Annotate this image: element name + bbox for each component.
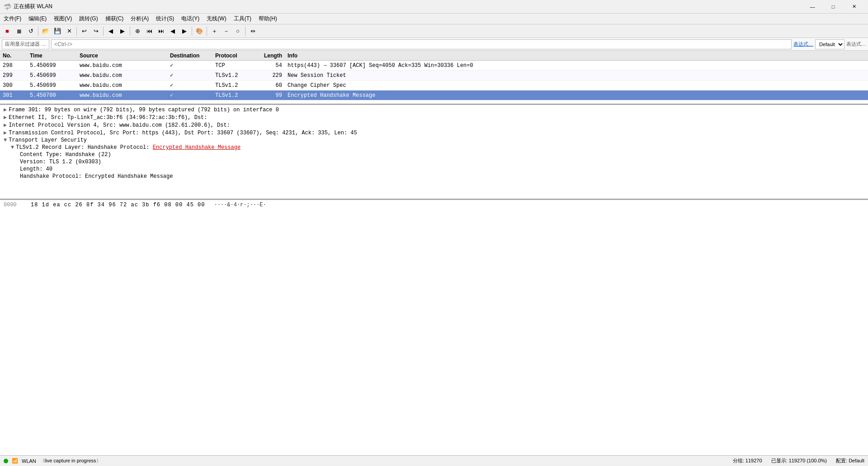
expand-arrow: ▶	[4, 122, 7, 128]
cell-no: 298	[0, 62, 27, 69]
open-button[interactable]: 📂	[40, 26, 51, 37]
zoom-in-button[interactable]: ＋	[209, 26, 220, 37]
expand-arrow: ▼	[4, 137, 7, 143]
filter-controls: 表达式… Default 表达式…	[793, 39, 866, 49]
cell-info: New Session Ticket	[285, 72, 868, 79]
restart-capture-button[interactable]: ↺	[25, 26, 36, 37]
table-row[interactable]: 300 5.450699 www.baidu.com ✓ TLSv1.2 60 …	[0, 81, 868, 90]
menu-bar: 文件(F)编辑(E)视图(V)跳转(G)捕获(C)分析(A)统计(S)电话(Y)…	[0, 14, 868, 24]
col-header-destination: Destination	[167, 52, 212, 59]
title-bar: 🦈 正在捕获 WLAN — □ ✕	[0, 0, 868, 14]
cell-source: www.baidu.com	[77, 72, 167, 79]
zoom-out-button[interactable]: －	[221, 26, 231, 37]
start-capture-button[interactable]: ■	[2, 26, 13, 37]
detail-rows: ▶Frame 301: 99 bytes on wire (792 bits),…	[0, 106, 868, 180]
filter-bar: 应用显示过滤器 … 表达式… Default 表达式…	[0, 38, 868, 51]
cell-length: 99	[253, 92, 285, 99]
menu-item-f[interactable]: 文件(F)	[0, 14, 25, 24]
first-packet-button[interactable]: ⏮	[144, 26, 155, 37]
cell-protocol: TLSv1.2	[212, 72, 253, 79]
close-button[interactable]: ✕	[844, 0, 864, 14]
profile-name: 配置: Default	[836, 457, 864, 464]
expand-arrow: ▶	[4, 107, 7, 113]
menu-item-g[interactable]: 跳转(G)	[75, 14, 101, 24]
hex-row: 0000 18 1d ea cc 26 8f 34 96 72 ac 3b f6…	[4, 202, 864, 208]
cell-source: www.baidu.com	[77, 62, 167, 69]
cell-no: 300	[0, 82, 27, 89]
save-button[interactable]: 💾	[52, 26, 63, 37]
hex-offset: 0000	[4, 202, 22, 208]
live-indicator	[4, 459, 8, 463]
back-button[interactable]: ◀	[105, 26, 116, 37]
menu-item-y[interactable]: 电话(Y)	[178, 14, 203, 24]
toolbar: ■ ◼ ↺ 📂 💾 ✕ ↩ ↪ ◀ ▶ ⊕ ⏮ ⏭ ◀ ▶ 🎨 ＋ － ○ ⇔	[0, 24, 868, 38]
protocol-link[interactable]: Encrypted Handshake Message	[153, 144, 241, 151]
expand-arrow: ▶	[4, 130, 7, 136]
detail-row[interactable]: Version: TLS 1.2 (0x0303)	[0, 158, 868, 166]
detail-row[interactable]: ▶Frame 301: 99 bytes on wire (792 bits),…	[0, 106, 868, 114]
table-row[interactable]: 298 5.450699 www.baidu.com ✓ TCP 54 http…	[0, 61, 868, 71]
cell-info: Encrypted Handshake Message	[285, 92, 868, 99]
detail-row[interactable]: Handshake Protocol: Encrypted Handshake …	[0, 173, 868, 180]
cell-time: 5.450699	[27, 62, 77, 69]
table-row[interactable]: 299 5.450699 www.baidu.com ✓ TLSv1.2 229…	[0, 71, 868, 81]
wifi-icon: 📶	[12, 458, 18, 464]
cell-protocol: TLSv1.2	[212, 92, 253, 99]
cell-source: www.baidu.com	[77, 92, 167, 99]
toolbar-sep-4	[130, 27, 130, 36]
menu-item-e[interactable]: 编辑(E)	[25, 14, 50, 24]
next-packet-button[interactable]: ▶	[179, 26, 190, 37]
maximize-button[interactable]: □	[823, 0, 844, 14]
grouping-count: 分组: 119270	[733, 457, 762, 464]
menu-item-a[interactable]: 分析(A)	[127, 14, 152, 24]
expression-label[interactable]: 表达式…	[793, 41, 813, 48]
colorize-button[interactable]: 🎨	[194, 26, 205, 37]
toolbar-sep-1	[38, 27, 38, 36]
cell-info: https(443) → 33607 [ACK] Seq=4050 Ack=33…	[285, 62, 868, 69]
menu-item-w[interactable]: 无线(W)	[203, 14, 230, 24]
profile-select[interactable]: Default	[815, 39, 844, 49]
detail-row[interactable]: ▼Transport Layer Security	[0, 137, 868, 144]
cell-destination: ✓	[167, 72, 212, 79]
cell-time: 5.450699	[27, 82, 77, 89]
hex-pane: 0000 18 1d ea cc 26 8f 34 96 72 ac 3b f6…	[0, 200, 868, 460]
resize-columns-button[interactable]: ⇔	[247, 26, 258, 37]
cell-destination: ✓	[167, 82, 212, 89]
filter-input[interactable]	[51, 39, 792, 49]
packet-list[interactable]: No. Time Source Destination Protocol Len…	[0, 51, 868, 105]
col-header-no: No.	[0, 52, 27, 59]
app-icon: 🦈	[4, 3, 11, 10]
last-packet-button[interactable]: ⏭	[156, 26, 166, 37]
cell-time: 5.450700	[27, 92, 77, 99]
packet-rows: 298 5.450699 www.baidu.com ✓ TCP 54 http…	[0, 61, 868, 100]
prev-packet-button[interactable]: ◀	[167, 26, 178, 37]
table-row[interactable]: 301 5.450700 www.baidu.com ✓ TLSv1.2 99 …	[0, 90, 868, 100]
toolbar-sep-5	[192, 27, 192, 36]
redo-button[interactable]: ↪	[90, 26, 101, 37]
menu-item-v[interactable]: 视图(V)	[50, 14, 75, 24]
detail-row[interactable]: Content Type: Handshake (22)	[0, 151, 868, 158]
wlan-label: WLAN	[22, 458, 36, 464]
menu-item-h[interactable]: 帮助(H)	[255, 14, 281, 24]
stop-capture-button[interactable]: ◼	[14, 26, 24, 37]
detail-row[interactable]: ▶Transmission Control Protocol, Src Port…	[0, 129, 868, 137]
go-to-packet-button[interactable]: ⊕	[132, 26, 143, 37]
col-header-source: Source	[77, 52, 167, 59]
detail-row[interactable]: Length: 40	[0, 166, 868, 173]
detail-row[interactable]: ▶Ethernet II, Src: Tp-LinkT_ac:3b:f6 (34…	[0, 114, 868, 121]
close-file-button[interactable]: ✕	[64, 26, 75, 37]
zoom-normal-button[interactable]: ○	[232, 26, 243, 37]
cell-destination: ✓	[167, 92, 212, 99]
main-area: No. Time Source Destination Protocol Len…	[0, 51, 868, 466]
minimize-button[interactable]: —	[802, 0, 823, 14]
forward-button[interactable]: ▶	[117, 26, 128, 37]
hex-ascii: ····&·4·r·;···E·	[214, 202, 266, 208]
cell-info: Change Cipher Spec	[285, 82, 868, 89]
undo-button[interactable]: ↩	[79, 26, 90, 37]
live-capture-text: 〈live capture in progress〉	[40, 457, 101, 464]
menu-item-t[interactable]: 工具(T)	[230, 14, 255, 24]
menu-item-s[interactable]: 统计(S)	[152, 14, 178, 24]
detail-row[interactable]: ▼TLSv1.2 Record Layer: Handshake Protoco…	[0, 144, 868, 151]
menu-item-c[interactable]: 捕获(C)	[102, 14, 127, 24]
detail-row[interactable]: ▶Internet Protocol Version 4, Src: www.b…	[0, 121, 868, 129]
